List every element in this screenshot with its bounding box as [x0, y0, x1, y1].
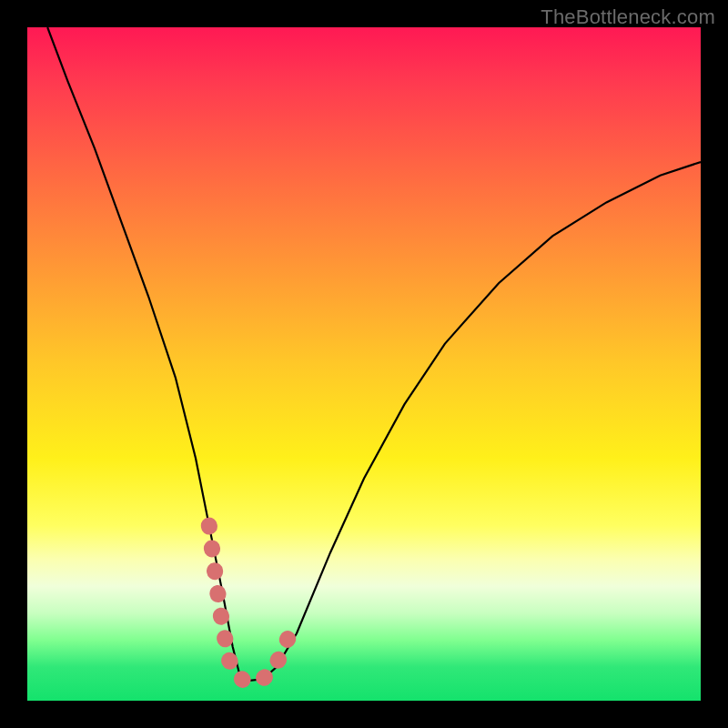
chart-area	[27, 27, 701, 701]
watermark-text: TheBottleneck.com	[541, 5, 715, 29]
bottleneck-curve	[47, 27, 701, 681]
optimal-highlight	[209, 526, 290, 681]
chart-svg	[27, 27, 701, 701]
